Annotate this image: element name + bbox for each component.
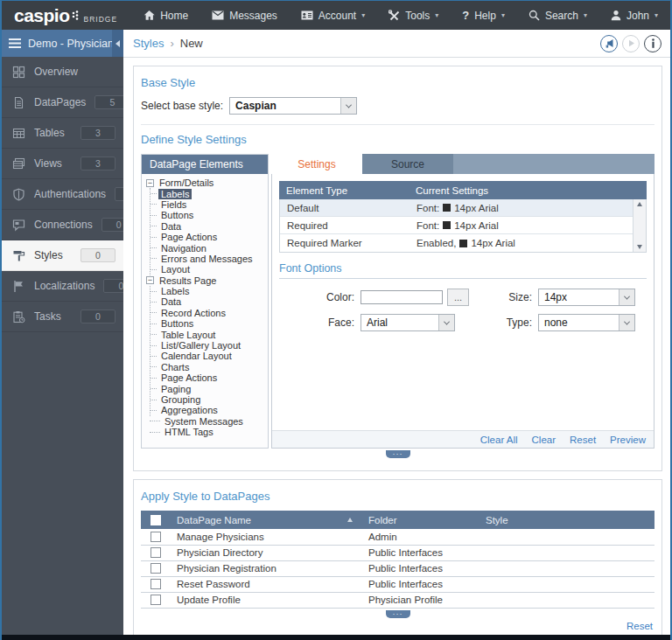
element-row-required-marker[interactable]: Required Marker Enabled,14px Arial [280, 234, 633, 252]
breadcrumb-styles-link[interactable]: Styles [133, 37, 164, 50]
nav-account[interactable]: Account ▾ [301, 10, 365, 22]
table-row[interactable]: Physician Directory Public Interfaces [141, 545, 654, 560]
font-color-swatch-icon [459, 240, 467, 247]
element-row-required[interactable]: Required Font:14px Arial [280, 217, 633, 234]
tree-node-record-actions[interactable]: Record Actions [150, 308, 266, 318]
settings-footer: Clear All Clear Reset Preview [272, 430, 654, 448]
tree-node-paging[interactable]: Paging [150, 383, 266, 393]
style-column-header[interactable]: Style [479, 511, 654, 529]
clear-link[interactable]: Clear [532, 435, 556, 445]
clear-all-link[interactable]: Clear All [480, 435, 518, 445]
tree-node-page-actions[interactable]: Page Actions [150, 232, 266, 242]
tree-node-list-gallery-layout[interactable]: List/Gallery Layout [150, 340, 266, 351]
element-table-header: Element Type Current Settings [279, 181, 647, 199]
tree-node-page-actions[interactable]: Page Actions [150, 372, 266, 383]
size-select[interactable]: 14px [538, 289, 635, 306]
reset-link[interactable]: Reset [570, 435, 596, 445]
tree-node-data[interactable]: Data [150, 221, 266, 232]
count-badge: 3 [80, 157, 116, 170]
nav-user[interactable]: John ▾ [611, 10, 658, 22]
row-checkbox[interactable] [150, 579, 161, 589]
panel-resize-handle[interactable] [386, 450, 410, 458]
panel-resize-handle[interactable] [386, 610, 410, 618]
info-button[interactable] [644, 35, 662, 52]
tree-node-aggregations[interactable]: Aggregations [150, 405, 266, 415]
type-select[interactable]: none [538, 314, 635, 331]
tree-node-errors-messages[interactable]: Errors and Messages [150, 254, 266, 264]
tree-node-fields[interactable]: Fields [150, 199, 266, 210]
tab-source[interactable]: Source [362, 154, 453, 174]
app-window: caspio BRIDGE Home Messages Account ▾ To… [0, 0, 672, 640]
nav-messages[interactable]: Messages [212, 10, 277, 22]
collapse-icon[interactable]: − [146, 276, 154, 284]
sidebar-collapse-button[interactable] [112, 30, 123, 57]
scroll-down-icon[interactable] [637, 245, 642, 249]
scroll-up-icon[interactable] [637, 202, 642, 206]
sidebar-item-styles[interactable]: Styles 0 [2, 240, 123, 271]
announcement-button[interactable] [600, 35, 618, 52]
nav-label: John [626, 10, 649, 22]
tree-node-navigation[interactable]: Navigation [150, 242, 266, 253]
sidebar-app-header[interactable]: Demo - Physician ... [2, 30, 123, 57]
count-badge: 3 [80, 126, 116, 140]
tree-node-system-messages[interactable]: System Messages [146, 416, 266, 427]
folder-column-header[interactable]: Folder [361, 511, 479, 529]
tree-node-table-layout[interactable]: Table Layout [150, 329, 266, 339]
sidebar: Demo - Physician ... Overview DataPages … [2, 30, 123, 635]
tree-node-grouping[interactable]: Grouping [150, 394, 266, 405]
sidebar-item-localizations[interactable]: Localizations 0 [2, 271, 123, 302]
nav-label: Search [545, 10, 578, 22]
tree-node-calendar-layout[interactable]: Calendar Layout [150, 351, 266, 361]
reset-selection-link[interactable]: Reset [626, 621, 653, 631]
nav-search[interactable]: Search ▾ [528, 10, 587, 22]
breadcrumb-separator: › [170, 37, 173, 50]
row-checkbox[interactable] [150, 595, 161, 605]
row-checkbox[interactable] [150, 532, 161, 542]
table-row[interactable]: Physician Registration Public Interfaces [141, 560, 654, 576]
table-row[interactable]: Reset Password Public Interfaces [141, 576, 654, 592]
paint-roller-icon [12, 249, 25, 262]
tree-node-html-tags[interactable]: HTML Tags [146, 427, 266, 437]
row-checkbox[interactable] [150, 563, 161, 574]
tree-node-labels[interactable]: Labels [150, 286, 266, 296]
nav-home[interactable]: Home [144, 10, 188, 22]
tree-node-layout[interactable]: Layout [150, 264, 266, 275]
tree-node-charts[interactable]: Charts [150, 362, 266, 372]
chevron-down-icon: ▾ [361, 11, 365, 19]
current-settings-header: Current Settings [409, 185, 647, 196]
table-row[interactable]: Manage Physicians Admin [141, 529, 654, 545]
table-row[interactable]: Update Profile Physician Profile [141, 592, 654, 608]
color-browse-button[interactable]: ... [447, 289, 469, 306]
datapage-name-column-header[interactable]: DataPage Name [170, 511, 361, 529]
tree-node-buttons[interactable]: Buttons [150, 318, 266, 329]
font-color-picker[interactable] [360, 290, 443, 304]
base-style-select[interactable]: Caspian [229, 97, 357, 115]
sidebar-item-authentications[interactable]: Authentications 2 [2, 179, 123, 210]
tree-node-data[interactable]: Data [150, 296, 266, 307]
collapse-icon[interactable]: − [146, 179, 154, 187]
hamburger-menu-icon[interactable] [2, 38, 28, 48]
sidebar-item-datapages[interactable]: DataPages 5 [2, 87, 123, 118]
tree-node-results-page[interactable]: −Results Page [146, 275, 266, 286]
sidebar-item-views[interactable]: Views 3 [2, 149, 123, 179]
font-color-swatch-icon [443, 221, 451, 229]
element-row-default[interactable]: Default Font:14px Arial [280, 199, 633, 217]
sidebar-item-tables[interactable]: Tables 3 [2, 118, 123, 149]
face-select[interactable]: Arial [360, 314, 455, 331]
datapages-table: DataPage Name Folder Style Manage Physic… [141, 511, 654, 609]
select-all-checkbox[interactable] [150, 515, 161, 525]
chevron-down-icon [619, 315, 634, 330]
preview-play-button[interactable] [622, 35, 640, 52]
sidebar-item-tasks[interactable]: Tasks 0 [2, 302, 123, 332]
table-scrollbar[interactable] [633, 199, 646, 252]
tree-node-buttons[interactable]: Buttons [150, 210, 266, 220]
tree-node-labels[interactable]: Labels [150, 188, 266, 198]
sidebar-item-connections[interactable]: Connections 0 [2, 210, 123, 240]
nav-help[interactable]: ? Help ▾ [462, 9, 505, 22]
preview-link[interactable]: Preview [610, 435, 646, 445]
sidebar-item-overview[interactable]: Overview [2, 57, 123, 87]
tab-settings[interactable]: Settings [271, 154, 362, 174]
nav-tools[interactable]: Tools ▾ [388, 10, 438, 22]
tree-node-form-details[interactable]: −Form/Details [146, 177, 266, 188]
row-checkbox[interactable] [150, 547, 161, 558]
